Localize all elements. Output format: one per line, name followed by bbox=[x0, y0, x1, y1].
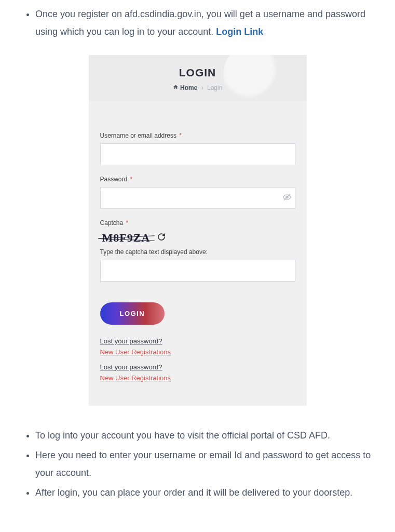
outro-bullet-2: Here you need to enter your username or … bbox=[35, 446, 385, 482]
required-asterisk: * bbox=[179, 132, 182, 139]
captcha-label: Captcha * bbox=[100, 219, 295, 227]
intro-text: Once you register on afd.csdindia.gov.in… bbox=[35, 9, 365, 37]
captcha-image: M8F9ZA bbox=[100, 231, 153, 245]
login-card: LOGIN Home › Login Username or email add… bbox=[89, 55, 307, 405]
captcha-label-text: Captcha bbox=[100, 219, 124, 227]
captcha-field: Captcha * M8F9ZA Type the captcha text d… bbox=[100, 219, 295, 282]
captcha-hint: Type the captcha text displayed above: bbox=[100, 248, 295, 256]
captcha-input[interactable] bbox=[100, 260, 295, 282]
eye-icon[interactable] bbox=[283, 193, 291, 203]
password-field: Password * bbox=[100, 176, 295, 209]
new-user-registration-link[interactable]: New User Registrations bbox=[100, 347, 295, 358]
username-input[interactable] bbox=[100, 143, 295, 165]
username-label: Username or email address * bbox=[100, 132, 295, 139]
lost-password-link[interactable]: Lost your password? bbox=[100, 336, 295, 347]
username-label-text: Username or email address bbox=[100, 132, 176, 139]
lost-password-link[interactable]: Lost your password? bbox=[100, 362, 295, 373]
login-title: LOGIN bbox=[94, 66, 302, 79]
username-field: Username or email address * bbox=[100, 132, 295, 165]
intro-list: Once you register on afd.csdindia.gov.in… bbox=[10, 5, 385, 41]
new-user-registration-link[interactable]: New User Registrations bbox=[100, 373, 295, 384]
breadcrumb-separator: › bbox=[201, 84, 203, 91]
refresh-icon[interactable] bbox=[157, 233, 166, 243]
login-body: Username or email address * Password * bbox=[89, 101, 307, 405]
password-label: Password * bbox=[100, 176, 295, 183]
login-button[interactable]: LOGIN bbox=[100, 302, 165, 325]
breadcrumb-home[interactable]: Home bbox=[180, 84, 197, 91]
outro-bullet-3: After login, you can place your order an… bbox=[35, 484, 385, 501]
login-screenshot: LOGIN Home › Login Username or email add… bbox=[10, 55, 385, 405]
login-link[interactable]: Login Link bbox=[216, 26, 263, 37]
required-asterisk: * bbox=[126, 219, 129, 227]
required-asterisk: * bbox=[130, 176, 133, 183]
password-label-text: Password bbox=[100, 176, 128, 183]
password-input[interactable] bbox=[100, 187, 295, 209]
outro-list: To log into your account you have to vis… bbox=[10, 427, 385, 502]
intro-bullet-1: Once you register on afd.csdindia.gov.in… bbox=[35, 5, 385, 41]
login-header: LOGIN Home › Login bbox=[89, 55, 307, 101]
home-icon bbox=[173, 84, 180, 91]
outro-bullet-1: To log into your account you have to vis… bbox=[35, 427, 385, 444]
breadcrumb-current: Login bbox=[207, 84, 222, 91]
breadcrumb: Home › Login bbox=[94, 84, 302, 91]
auxiliary-links: Lost your password? New User Registratio… bbox=[100, 336, 295, 383]
